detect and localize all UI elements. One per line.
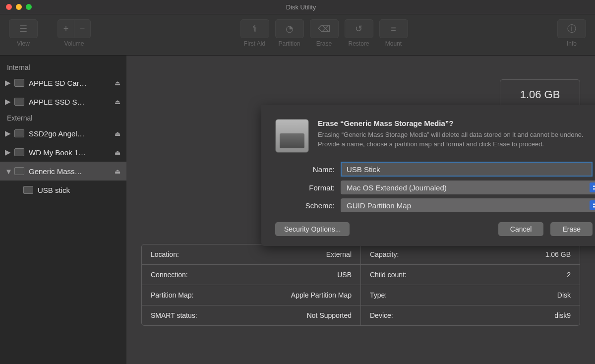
disclosure-icon[interactable]: ▶: [5, 97, 10, 106]
name-input[interactable]: [341, 162, 593, 177]
cancel-button[interactable]: Cancel: [498, 222, 544, 236]
sidebar-item-label: APPLE SSD S…: [29, 98, 111, 106]
scheme-select[interactable]: GUID Partition Map ▲▼: [341, 198, 595, 212]
format-select[interactable]: Mac OS Extended (Journaled) ▲▼: [341, 181, 595, 194]
sidebar-item-label: APPLE SD Car…: [29, 79, 111, 87]
info-val: External: [326, 250, 352, 258]
info-table: Location: External Connection: USB Parti…: [141, 244, 580, 326]
info-key: Capacity:: [370, 250, 399, 258]
info-key: Child count:: [370, 271, 407, 279]
sidebar-item-label: USB stick: [38, 186, 120, 194]
name-label: Name:: [275, 165, 341, 174]
info-row: Child count: 2: [361, 265, 580, 285]
info-button[interactable]: ⓘ: [557, 19, 586, 38]
eject-icon[interactable]: ⏏: [115, 130, 120, 137]
info-val: 2: [567, 271, 571, 279]
info-row: Capacity: 1.06 GB: [361, 244, 580, 265]
toolbar-erase-group: ⌫ Erase: [310, 19, 339, 47]
sidebar-item-internal-1[interactable]: ▶ APPLE SSD S… ⏏: [0, 92, 126, 111]
erase-confirm-button[interactable]: Erase: [550, 222, 593, 236]
volume-label: Volume: [64, 40, 84, 47]
info-key: Connection:: [151, 271, 188, 279]
format-value: Mac OS Extended (Journaled): [347, 183, 447, 192]
erase-button[interactable]: ⌫: [310, 19, 339, 38]
body: Internal ▶ APPLE SD Car… ⏏ ▶ APPLE SSD S…: [0, 56, 595, 364]
minimize-window-button[interactable]: [16, 4, 22, 10]
sidebar: Internal ▶ APPLE SD Car… ⏏ ▶ APPLE SSD S…: [0, 56, 126, 364]
scheme-label: Scheme:: [275, 201, 341, 210]
toolbar-view-group: ☰ View: [9, 19, 38, 47]
erase-dialog: Erase “Generic Mass Storage Media”? Eras…: [261, 105, 595, 246]
drive-icon: [23, 185, 34, 194]
format-label: Format:: [275, 183, 341, 192]
info-val: disk9: [554, 311, 571, 319]
name-row: Name:: [275, 162, 593, 177]
info-col-right: Capacity: 1.06 GB Child count: 2 Type: D…: [361, 244, 580, 325]
toolbar-mount-group: ≡ Mount: [379, 19, 408, 47]
sidebar-item-external-2-child-0[interactable]: USB stick: [0, 181, 126, 199]
volume-remove-button[interactable]: −: [74, 19, 91, 38]
disclosure-icon[interactable]: ▼: [5, 167, 10, 176]
drive-icon: [14, 97, 25, 106]
mount-label: Mount: [385, 40, 402, 47]
dialog-title: Erase “Generic Mass Storage Media”?: [318, 119, 593, 127]
restore-icon: ↺: [355, 23, 362, 34]
pie-icon: ◔: [286, 23, 294, 34]
dialog-header: Erase “Generic Mass Storage Media”? Eras…: [275, 119, 593, 153]
sidebar-item-external-0[interactable]: ▶ SSD2go Angel… ⏏: [0, 124, 126, 143]
firstaid-label: First Aid: [244, 40, 265, 47]
close-window-button[interactable]: [6, 4, 12, 10]
scheme-value: GUID Partition Map: [347, 201, 411, 210]
eject-icon[interactable]: ⏏: [115, 168, 120, 175]
volume-add-button[interactable]: +: [58, 19, 74, 38]
disclosure-icon[interactable]: ▶: [5, 148, 10, 157]
toolbar-firstaid-group: ⚕ First Aid: [240, 19, 269, 47]
toolbar-partition-group: ◔ Partition: [275, 19, 304, 47]
eject-icon[interactable]: ⏏: [115, 98, 120, 106]
traffic-lights: [6, 4, 32, 10]
info-row: Device: disk9: [361, 305, 580, 325]
drive-icon: [14, 148, 25, 157]
mount-icon: ≡: [391, 24, 396, 34]
sidebar-item-label: SSD2go Angel…: [29, 129, 111, 138]
info-row: Type: Disk: [361, 285, 580, 305]
sidebar-item-external-2[interactable]: ▼ Generic Mass… ⏏: [0, 162, 126, 181]
info-icon: ⓘ: [567, 23, 576, 35]
toolbar: ☰ View + − Volume ⚕ First Aid ◔ Partitio…: [0, 14, 595, 56]
content-pane: 1.06 GB Location: External Connection: U…: [126, 56, 595, 364]
restore-label: Restore: [348, 40, 369, 47]
sidebar-internal-header: Internal: [0, 61, 126, 73]
eject-icon[interactable]: ⏏: [115, 149, 120, 156]
mount-button[interactable]: ≡: [379, 19, 408, 38]
restore-button[interactable]: ↺: [345, 19, 373, 38]
drive-icon: [14, 129, 25, 138]
view-button[interactable]: ☰: [9, 19, 38, 38]
info-key: Device:: [370, 311, 393, 319]
drive-icon: [14, 167, 25, 176]
security-options-button[interactable]: Security Options...: [275, 222, 350, 236]
stethoscope-icon: ⚕: [252, 23, 257, 34]
disclosure-icon[interactable]: ▶: [5, 78, 10, 87]
plus-icon: +: [63, 24, 69, 34]
partition-button[interactable]: ◔: [275, 19, 304, 38]
toolbar-info-group: ⓘ Info: [557, 19, 586, 47]
toolbar-volume-group: + − Volume: [58, 19, 91, 47]
eject-icon[interactable]: ⏏: [115, 79, 120, 87]
info-key: Partition Map:: [151, 291, 193, 299]
info-col-left: Location: External Connection: USB Parti…: [142, 244, 361, 325]
partition-label: Partition: [278, 40, 300, 47]
info-val: USB: [337, 271, 352, 279]
info-val: Apple Partition Map: [291, 291, 352, 299]
view-label: View: [17, 40, 30, 47]
disk-utility-window: Disk Utility ☰ View + − Volume ⚕ First A…: [0, 0, 595, 364]
sidebar-item-internal-0[interactable]: ▶ APPLE SD Car… ⏏: [0, 73, 126, 92]
info-key: Location:: [151, 250, 179, 258]
updown-arrows-icon: ▲▼: [590, 182, 595, 192]
zoom-window-button[interactable]: [26, 4, 32, 10]
sidebar-item-external-1[interactable]: ▶ WD My Book 1… ⏏: [0, 143, 126, 162]
disclosure-icon[interactable]: ▶: [5, 129, 10, 138]
dialog-description: Erasing “Generic Mass Storage Media” wil…: [318, 130, 593, 149]
titlebar: Disk Utility: [0, 0, 595, 14]
firstaid-button[interactable]: ⚕: [240, 19, 269, 38]
info-key: Type:: [370, 291, 387, 299]
